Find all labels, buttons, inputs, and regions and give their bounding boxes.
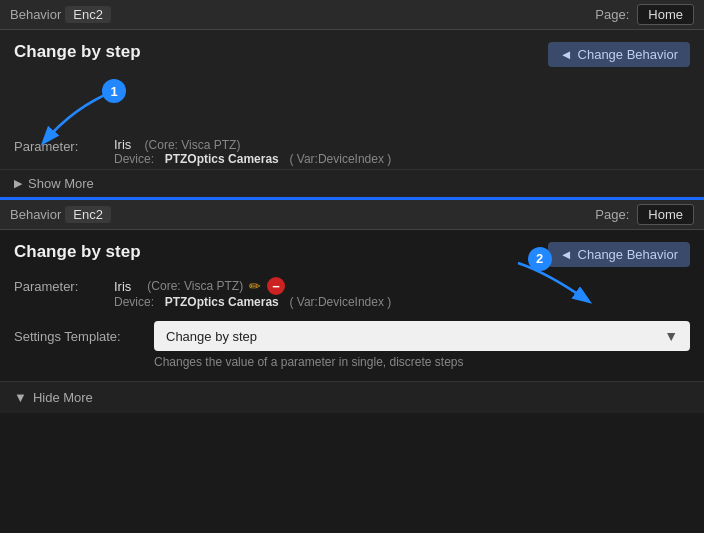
top-bar-right-2: Page: Home	[595, 204, 694, 225]
section-2-content: Change by step 2 ◄ Change Behavior	[0, 230, 704, 381]
top-bar-2: Behavior Enc2 Page: Home	[0, 200, 704, 230]
show-more[interactable]: ▶ Show More	[0, 170, 704, 197]
change-behavior-label-2: Change Behavior	[578, 247, 678, 262]
section-1-title: Change by step	[14, 42, 141, 62]
page-label-1: Page:	[595, 7, 629, 22]
dropdown-arrow-icon: ▼	[664, 328, 678, 344]
annotation-bubble-2: 2	[528, 247, 552, 271]
device-name-1: PTZOptics Cameras	[165, 152, 279, 166]
settings-dropdown[interactable]: Change by step ▼	[154, 321, 690, 351]
settings-description: Changes the value of a parameter in sing…	[154, 355, 690, 369]
section-2-title: Change by step	[14, 242, 141, 262]
settings-value: Change by step	[166, 329, 257, 344]
arrow-left-icon-1: ◄	[560, 47, 573, 62]
change-behavior-btn-1[interactable]: ◄ Change Behavior	[548, 42, 690, 67]
show-more-label: Show More	[28, 176, 94, 191]
settings-label: Settings Template:	[14, 329, 154, 344]
settings-row: Settings Template: Change by step ▼	[14, 321, 690, 351]
top-bar-1: Behavior Enc2 Page: Home	[0, 0, 704, 30]
delete-icon[interactable]: −	[267, 277, 285, 295]
device-label-2: Device:	[114, 295, 154, 309]
arrow-left-icon-2: ◄	[560, 247, 573, 262]
hide-more[interactable]: ▼ Hide More	[0, 381, 704, 413]
section-1-header: Change by step ◄ Change Behavior	[14, 42, 690, 67]
section-1: Change by step ◄ Change Behavior 1 Param…	[0, 30, 704, 170]
change-behavior-btn-2[interactable]: ◄ Change Behavior	[548, 242, 690, 267]
enc-badge-2: Enc2	[65, 206, 111, 223]
behavior-label-1: Behavior	[10, 7, 61, 22]
home-badge-1: Home	[637, 4, 694, 25]
param-label-2: Parameter:	[14, 277, 114, 294]
annotation-container-1: 1 Parameter: Iris (Core: Visca PTZ) Devi…	[14, 77, 690, 157]
top-bar-left-1: Behavior Enc2	[10, 6, 111, 23]
param-core-2: (Core: Visca PTZ)	[147, 279, 243, 293]
device-name-2: PTZOptics Cameras	[165, 295, 279, 309]
top-bar-right-1: Page: Home	[595, 4, 694, 25]
annotation-bubble-1: 1	[102, 79, 126, 103]
device-label-1: Device:	[114, 152, 154, 166]
home-badge-2: Home	[637, 204, 694, 225]
edit-icon[interactable]: ✏	[249, 278, 261, 294]
top-bar-left-2: Behavior Enc2	[10, 206, 111, 223]
param-name-2: Iris	[114, 279, 131, 294]
chevron-right-icon: ▶	[14, 177, 22, 190]
annotation-arrow-1	[14, 77, 164, 157]
change-behavior-label-1: Change Behavior	[578, 47, 678, 62]
chevron-down-icon: ▼	[14, 390, 27, 405]
param-value-2: Iris (Core: Visca PTZ) ✏ − Device: PTZOp…	[114, 277, 391, 309]
behavior-label-2: Behavior	[10, 207, 61, 222]
section-2-header: Change by step 2 ◄ Change Behavior	[14, 242, 690, 267]
hide-more-label: Hide More	[33, 390, 93, 405]
enc-badge-1: Enc2	[65, 6, 111, 23]
param-row-2: Parameter: Iris (Core: Visca PTZ) ✏ − De…	[14, 277, 690, 309]
device-var-1: ( Var:DeviceIndex )	[289, 152, 391, 166]
page-label-2: Page:	[595, 207, 629, 222]
device-var-2: ( Var:DeviceIndex )	[289, 295, 391, 309]
